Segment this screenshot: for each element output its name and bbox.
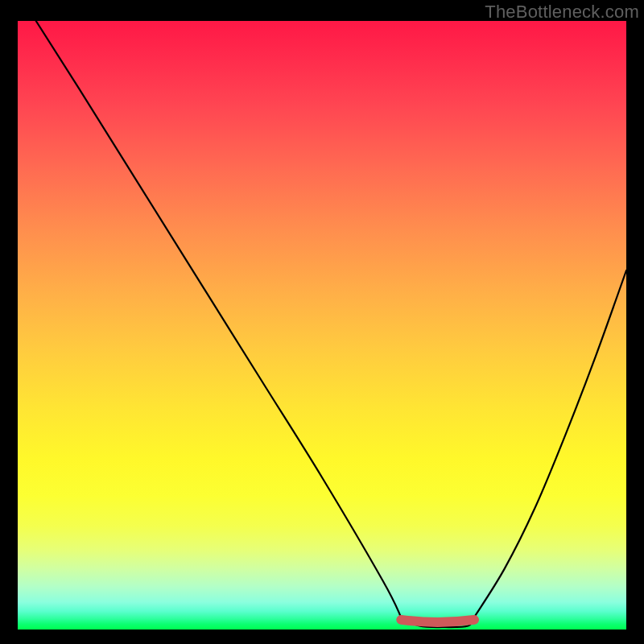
chart-svg — [18, 21, 626, 630]
curve-left-arm — [36, 21, 402, 617]
plot-area — [18, 21, 626, 630]
sweet-spot-marker — [401, 620, 474, 622]
curve-right-arm — [474, 270, 626, 617]
watermark-text: TheBottleneck.com — [485, 2, 639, 23]
chart-frame: TheBottleneck.com — [0, 0, 644, 644]
